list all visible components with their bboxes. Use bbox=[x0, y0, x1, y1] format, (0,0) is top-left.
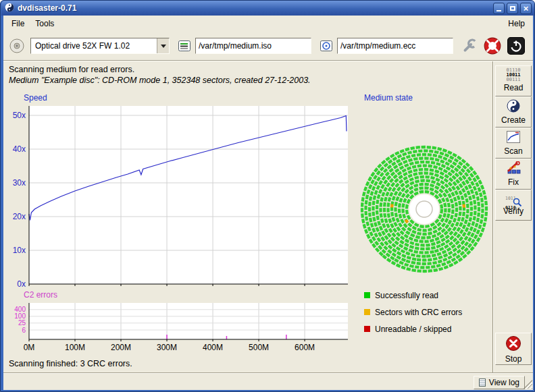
iso-image-icon bbox=[178, 39, 191, 53]
svg-text:40x: 40x bbox=[13, 144, 26, 154]
svg-text:10x: 10x bbox=[13, 246, 26, 255]
speed-and-c2-charts: 0M100M200M300M400M500M600M0x10x20x30x40x… bbox=[3, 95, 357, 360]
legend-label: Successfully read bbox=[375, 291, 438, 300]
create-button[interactable]: Create bbox=[495, 96, 532, 128]
preferences-wrench-icon[interactable] bbox=[461, 38, 478, 54]
scan-button[interactable]: Scan bbox=[495, 128, 532, 159]
fix-tools-icon bbox=[506, 161, 521, 177]
legend-swatch bbox=[364, 326, 370, 332]
stop-button-label: Stop bbox=[505, 354, 522, 364]
window-yinyang-icon bbox=[5, 3, 14, 14]
menu-tools[interactable]: Tools bbox=[30, 17, 59, 30]
read-button[interactable]: 01110 10011 00111 Read bbox=[495, 65, 532, 96]
scan-chart-icon bbox=[506, 130, 521, 146]
status-line-1: Scanning medium for read errors. bbox=[9, 65, 134, 74]
read-button-label: Read bbox=[504, 83, 524, 92]
menubar: File Tools Help bbox=[3, 16, 533, 32]
legend-label: Unreadable / skipped bbox=[375, 325, 451, 334]
titlebar: dvdisaster-0.71 × bbox=[1, 1, 535, 16]
svg-text:30x: 30x bbox=[13, 178, 26, 188]
toolbar: Optical drive 52X FW 1.02 bbox=[3, 32, 533, 60]
create-button-label: Create bbox=[501, 115, 526, 125]
svg-text:50x: 50x bbox=[13, 111, 26, 120]
scan-result-status: Scanning finished: 3 CRC errors. bbox=[9, 359, 132, 368]
iso-path-field bbox=[195, 38, 311, 54]
dvdisaster-logo-icon[interactable] bbox=[483, 36, 502, 55]
view-log-label: View log bbox=[489, 378, 519, 387]
medium-state-legend: Successfully readSectors with CRC errors… bbox=[364, 287, 462, 337]
stop-icon bbox=[505, 335, 521, 354]
svg-text:20x: 20x bbox=[13, 212, 26, 221]
legend-item: Unreadable / skipped bbox=[364, 320, 462, 337]
yinyang-icon bbox=[507, 99, 520, 115]
medium-state-disc bbox=[360, 145, 488, 273]
ecc-path-input[interactable] bbox=[338, 38, 453, 53]
svg-text:200M: 200M bbox=[111, 343, 131, 352]
chevron-down-icon[interactable] bbox=[157, 38, 169, 53]
legend-swatch bbox=[364, 292, 370, 298]
action-sidebar: 01110 10011 00111 Read Create bbox=[492, 61, 533, 372]
verify-magnifier-icon: 1011 0110 bbox=[505, 192, 521, 206]
scan-button-label: Scan bbox=[504, 146, 522, 156]
minimize-button[interactable] bbox=[493, 3, 505, 14]
svg-text:6: 6 bbox=[22, 327, 26, 334]
svg-text:600M: 600M bbox=[295, 343, 315, 352]
svg-text:500M: 500M bbox=[249, 343, 269, 352]
ecc-path-field bbox=[337, 38, 453, 54]
svg-text:0M: 0M bbox=[24, 343, 35, 352]
svg-text:300M: 300M bbox=[157, 343, 177, 352]
legend-item: Successfully read bbox=[364, 287, 462, 304]
legend-item: Sectors with CRC errors bbox=[364, 304, 462, 320]
medium-state-title: Medium state bbox=[364, 93, 413, 103]
svg-text:400M: 400M bbox=[203, 343, 223, 352]
window-title: dvdisaster-0.71 bbox=[18, 3, 491, 13]
main-area: Scanning medium for read errors. Medium … bbox=[3, 61, 492, 372]
menu-help[interactable]: Help bbox=[503, 17, 530, 30]
legend-label: Sectors with CRC errors bbox=[375, 308, 462, 317]
stop-button[interactable]: Stop bbox=[495, 333, 532, 365]
maximize-button[interactable] bbox=[507, 3, 518, 14]
svg-text:100M: 100M bbox=[65, 343, 85, 352]
close-button[interactable]: × bbox=[520, 3, 532, 14]
read-binary-icon: 01110 10011 00111 bbox=[506, 68, 520, 82]
drive-select[interactable]: Optical drive 52X FW 1.02 bbox=[30, 38, 170, 54]
minimize-icon bbox=[496, 10, 501, 11]
ecc-file-icon bbox=[320, 39, 333, 53]
drive-select-value: Optical drive 52X FW 1.02 bbox=[31, 38, 157, 53]
window-body: File Tools Help Optical drive 52X FW 1.0… bbox=[3, 16, 533, 390]
verify-button[interactable]: 1011 0110 Verify bbox=[495, 190, 532, 221]
iso-path-input[interactable] bbox=[196, 38, 311, 53]
fix-button-label: Fix bbox=[508, 177, 519, 187]
status-line-2: Medium "Example disc": CD-ROM mode 1, 35… bbox=[9, 76, 311, 85]
bottom-statusbar: View log bbox=[3, 372, 533, 390]
app-window: dvdisaster-0.71 × File Tools Help Optica… bbox=[0, 0, 535, 392]
legend-swatch bbox=[364, 309, 370, 315]
drive-cd-icon bbox=[9, 38, 25, 54]
close-icon: × bbox=[524, 4, 529, 13]
menu-file[interactable]: File bbox=[6, 17, 30, 30]
log-document-icon bbox=[479, 379, 486, 387]
fix-button[interactable]: Fix bbox=[495, 159, 532, 190]
maximize-icon bbox=[510, 6, 515, 11]
svg-text:0x: 0x bbox=[17, 279, 26, 289]
quit-power-button[interactable] bbox=[507, 37, 525, 55]
view-log-button[interactable]: View log bbox=[474, 376, 525, 389]
